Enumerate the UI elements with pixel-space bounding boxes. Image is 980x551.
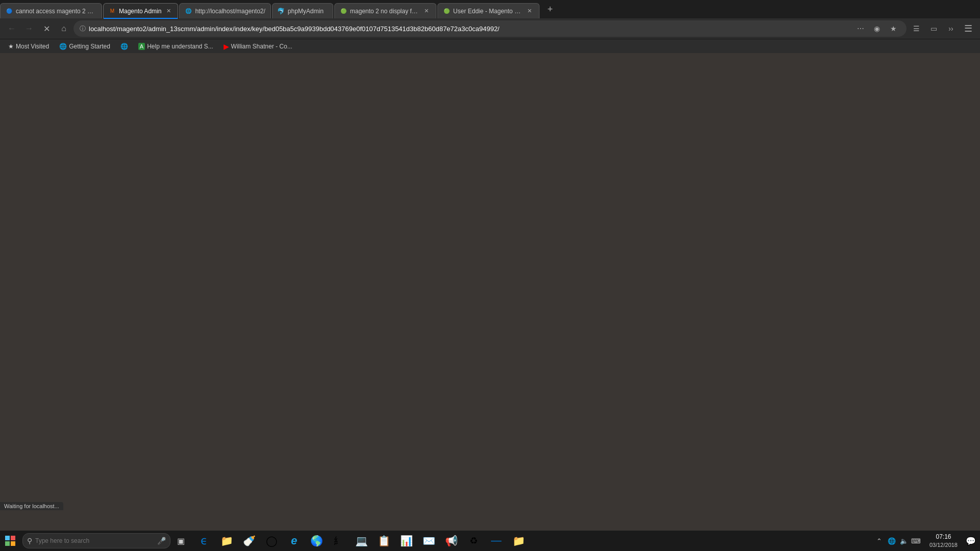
- keyboard-icon[interactable]: ⌨: [911, 536, 921, 546]
- address-bar-input[interactable]: [89, 25, 850, 33]
- help-icon: A: [138, 43, 145, 50]
- start-button[interactable]: [0, 531, 20, 551]
- tab-close-2[interactable]: ✕: [164, 7, 173, 15]
- tab-phpmyadmin[interactable]: 🐬 phpMyAdmin: [272, 3, 333, 18]
- sync-icon: ♻: [468, 535, 480, 547]
- explorer-icon: 📁: [220, 535, 233, 547]
- firefox-icon: 🌎: [310, 535, 323, 547]
- mail-icon: ✉️: [423, 535, 435, 547]
- star-icon: ★: [8, 43, 14, 50]
- tab-title-5: magento 2 no display for adm...: [350, 8, 420, 15]
- bookmark-most-visited[interactable]: ★ Most Visited: [4, 42, 53, 51]
- tab-favicon-4: 🐬: [278, 8, 285, 15]
- tab-user-eddie[interactable]: 🟢 User Eddie - Magento Stack Ex... ✕: [437, 3, 540, 18]
- notepad-icon: 📋: [378, 535, 390, 547]
- taskbar-pinned-apps: ϵ 📁 🍼 ◯ e 🌎 ⺯ 💻 📋: [193, 531, 530, 551]
- globe-icon-2: 🌐: [120, 43, 128, 50]
- bookmark-label-getting-started: Getting Started: [69, 43, 110, 50]
- notification-center-button[interactable]: 💬: [962, 531, 980, 551]
- dropbox-icon: 📢: [445, 535, 457, 547]
- clock-time: 07:16: [936, 533, 951, 541]
- taskbar-app-explorer[interactable]: 📁: [215, 531, 238, 551]
- hamburger-menu-button[interactable]: ☰: [961, 21, 976, 36]
- ie-icon: e: [288, 535, 300, 547]
- chrome-icon: ◯: [265, 535, 278, 547]
- reload-stop-button[interactable]: ✕: [39, 21, 54, 36]
- search-icon: ⚲: [27, 537, 32, 545]
- tab-magento-no-display[interactable]: 🟢 magento 2 no display for adm... ✕: [334, 3, 436, 18]
- synced-tabs-button[interactable]: ▭: [926, 21, 941, 36]
- taskbar-app-task[interactable]: 📊: [395, 531, 418, 551]
- tab-favicon-1: 🔵: [6, 8, 13, 15]
- taskbar-app-filezilla[interactable]: 📁: [507, 531, 530, 551]
- bookmark-help-understand[interactable]: A Help me understand S...: [134, 42, 217, 51]
- nav-bar: ← → ✕ ⌂ ⓘ ⋯ ◉ ★ ☰ ▭ ›› ☰: [0, 18, 980, 39]
- task-view-icon: ▣: [177, 536, 185, 546]
- bookmark-button[interactable]: ★: [886, 21, 900, 36]
- forward-button[interactable]: →: [21, 21, 37, 36]
- filezilla-icon: 📁: [512, 535, 525, 547]
- home-button[interactable]: ⌂: [56, 21, 71, 36]
- tab-close-5[interactable]: ✕: [423, 7, 431, 15]
- reading-list-button[interactable]: ☰: [909, 21, 924, 36]
- tab-title-1: cannot access magento 2 adm...: [16, 8, 96, 15]
- bookmark-william-shatner[interactable]: ▶ William Shatner - Co...: [219, 41, 297, 52]
- bookmark-label-help: Help me understand S...: [147, 43, 213, 50]
- address-bar-actions: ⋯ ◉ ★: [853, 21, 900, 36]
- microphone-icon[interactable]: 🎤: [157, 537, 166, 545]
- security-icon: ⓘ: [80, 24, 86, 33]
- tab-localhost[interactable]: 🌐 http://localhost/magento2/: [179, 3, 271, 18]
- taskbar: ⚲ 🎤 ▣ ϵ 📁 🍼 ◯ e 🌎 ⺯: [0, 531, 980, 551]
- taskbar-app-notepad[interactable]: 📋: [373, 531, 395, 551]
- bookmark-label-william: William Shatner - Co...: [231, 43, 292, 50]
- taskbar-search-bar[interactable]: ⚲ 🎤: [22, 533, 170, 548]
- taskbar-app-vscode[interactable]: ⸻: [485, 531, 507, 551]
- taskbar-app-sync[interactable]: ♻: [462, 531, 485, 551]
- grid-icon: ⺯: [333, 535, 345, 547]
- tab-magento-admin[interactable]: M Magento Admin ✕: [103, 3, 178, 18]
- youtube-icon: ▶: [224, 42, 229, 51]
- tab-favicon-5: 🟢: [340, 8, 347, 15]
- taskbar-app-visual[interactable]: 💻: [350, 531, 373, 551]
- task-view-button[interactable]: ▣: [170, 531, 191, 551]
- taskbar-app-firefox[interactable]: 🌎: [305, 531, 328, 551]
- taskbar-app-ie[interactable]: e: [283, 531, 305, 551]
- status-text: Waiting for localhost...: [4, 503, 59, 509]
- network-icon[interactable]: 🌐: [887, 536, 897, 546]
- task-icon: 📊: [400, 535, 412, 547]
- back-button[interactable]: ←: [4, 21, 19, 36]
- more-options-button[interactable]: ⋯: [853, 21, 868, 36]
- main-content-area: Waiting for localhost...: [0, 53, 980, 531]
- taskbar-app-edge[interactable]: ϵ: [193, 531, 215, 551]
- edge-icon: ϵ: [198, 535, 210, 547]
- sidebar-toggle-button[interactable]: ››: [943, 21, 959, 36]
- new-tab-button[interactable]: +: [543, 2, 558, 17]
- tab-title-4: phpMyAdmin: [288, 8, 328, 15]
- nav-right-actions: ☰ ▭ ›› ☰: [909, 21, 976, 36]
- taskbar-app-store[interactable]: 🍼: [238, 531, 260, 551]
- tab-title-2: Magento Admin: [119, 8, 161, 15]
- taskbar-app-grid[interactable]: ⺯: [328, 531, 350, 551]
- taskbar-app-dropbox[interactable]: 📢: [440, 531, 462, 551]
- clock-date: 03/12/2018: [929, 541, 958, 548]
- tab-cannot-access[interactable]: 🔵 cannot access magento 2 adm...: [0, 3, 102, 18]
- tab-favicon-3: 🌐: [185, 8, 192, 15]
- globe-icon-1: 🌐: [59, 43, 67, 50]
- taskbar-search-input[interactable]: [35, 537, 154, 544]
- taskbar-app-mail[interactable]: ✉️: [418, 531, 440, 551]
- tab-title-6: User Eddie - Magento Stack Ex...: [453, 8, 523, 15]
- store-icon: 🍼: [243, 535, 255, 547]
- taskbar-clock[interactable]: 07:16 03/12/2018: [925, 533, 962, 548]
- address-bar-container[interactable]: ⓘ ⋯ ◉ ★: [74, 20, 906, 37]
- reader-mode-button[interactable]: ◉: [870, 21, 884, 36]
- bookmark-separator[interactable]: 🌐: [116, 42, 132, 51]
- volume-icon[interactable]: 🔈: [899, 536, 909, 546]
- tray-chevron-button[interactable]: ⌃: [874, 536, 885, 546]
- notification-icon: 💬: [966, 536, 976, 546]
- bookmarks-bar: ★ Most Visited 🌐 Getting Started 🌐 A Hel…: [0, 39, 980, 53]
- bookmark-getting-started[interactable]: 🌐 Getting Started: [55, 42, 114, 51]
- browser-status-bar: Waiting for localhost...: [0, 502, 63, 510]
- taskbar-app-chrome[interactable]: ◯: [260, 531, 283, 551]
- tab-close-6[interactable]: ✕: [526, 7, 534, 15]
- tab-favicon-6: 🟢: [443, 8, 450, 15]
